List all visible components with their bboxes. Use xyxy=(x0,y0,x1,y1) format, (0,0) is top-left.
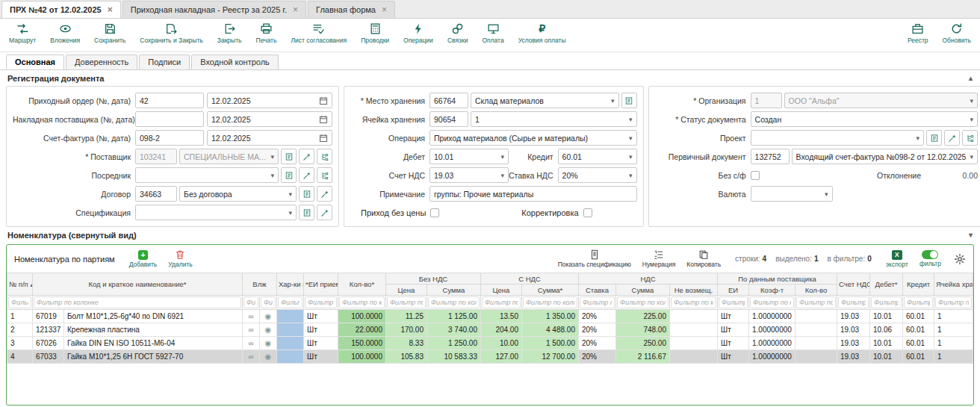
collapse-icon[interactable]: ▾ xyxy=(969,231,973,239)
sum-novat-cell[interactable]: 1 250.00 xyxy=(427,337,480,350)
registry-button[interactable]: Реестр xyxy=(908,22,928,44)
delete-row-button[interactable]: Удалить xyxy=(168,249,192,268)
price-novat-cell[interactable]: 8.33 xyxy=(385,337,427,350)
journal-button[interactable] xyxy=(299,186,314,202)
table-row-selected[interactable]: 4 67033 Гайка М10*1,25 6Н ГОСТ 5927-70 ∞… xyxy=(7,350,973,364)
calendar-icon[interactable] xyxy=(319,96,328,105)
export-excel-button[interactable]: X экспорт xyxy=(886,250,908,268)
sum-novat-cell[interactable]: 1 125.00 xyxy=(427,310,480,323)
vat-rate-cell[interactable]: 20% xyxy=(578,323,615,337)
credit-cell[interactable]: 60.01 xyxy=(903,310,934,323)
journal-button[interactable] xyxy=(299,205,314,220)
qty-cell[interactable]: 22.0000 xyxy=(338,323,385,337)
refresh-button[interactable]: Обновить xyxy=(943,22,972,44)
chevron-down-icon[interactable]: ▾ xyxy=(497,153,504,161)
chevron-down-icon[interactable]: ▾ xyxy=(497,172,504,179)
supplier-ei-cell[interactable]: Шт xyxy=(718,323,749,337)
note-input[interactable]: группы: Прочие материалы xyxy=(429,186,637,202)
sum-vat-cell[interactable]: 1 350.00 xyxy=(521,310,578,323)
filter-input[interactable] xyxy=(244,296,258,308)
filter-input[interactable] xyxy=(904,296,933,308)
col-ei-header[interactable]: *ЕИ приемки xyxy=(303,273,338,296)
vat-rate-cell[interactable]: 20% xyxy=(578,310,615,323)
order-number-input[interactable]: 42 xyxy=(135,93,204,108)
ei-cell[interactable]: Шт xyxy=(303,350,338,364)
col-vataccount-header[interactable]: Счет НДС xyxy=(837,273,870,296)
sub-qty-header[interactable]: Кол-во xyxy=(796,285,837,296)
supplier-qty-cell[interactable] xyxy=(796,350,837,364)
supplier-code-input[interactable]: 103241 xyxy=(135,149,177,164)
contract-select[interactable]: Без договора▾ xyxy=(179,186,297,202)
vat-account-cell[interactable]: 19.03 xyxy=(837,310,870,323)
code-cell[interactable]: 67019 xyxy=(33,310,64,323)
postings-button[interactable]: Проводки xyxy=(361,22,389,44)
no-price-checkbox[interactable] xyxy=(430,208,439,217)
waybill-date-input[interactable]: 12.02.2025 xyxy=(207,111,332,127)
table-row[interactable]: 2 121337 Крепежная пластина ∞ ◉ Шт 22.00… xyxy=(7,323,973,337)
debit-cell[interactable]: 10.01 xyxy=(870,350,903,364)
chevron-down-icon[interactable]: ▾ xyxy=(625,153,633,161)
wand-button[interactable] xyxy=(944,130,960,146)
no-invoice-checkbox[interactable] xyxy=(751,171,760,180)
journal-button[interactable] xyxy=(281,149,297,164)
chevron-down-icon[interactable]: ▾ xyxy=(966,153,973,161)
close-button[interactable]: Закрыть xyxy=(217,22,242,44)
col-cell-header[interactable]: Ячейка хранения xyxy=(934,273,973,296)
sum-novat-cell[interactable]: 3 740.00 xyxy=(427,323,480,337)
print-button[interactable]: Печать xyxy=(256,22,277,44)
organization-select[interactable]: ООО "Альфа"▾ xyxy=(784,93,978,108)
tab-main[interactable]: Основная xyxy=(6,55,64,69)
sub-price-header[interactable]: Цена xyxy=(385,285,427,296)
tab-input-control[interactable]: Входной контроль xyxy=(191,55,279,69)
filter-input[interactable] xyxy=(278,296,303,308)
qty-cell[interactable]: 150.0000 xyxy=(338,337,385,350)
close-tab-icon[interactable]: × xyxy=(108,5,113,14)
filter-input[interactable] xyxy=(34,296,241,308)
tab-power-of-attorney[interactable]: Доверенность xyxy=(66,55,137,69)
hierarchy-button[interactable] xyxy=(317,167,332,183)
wand-button[interactable] xyxy=(317,205,332,220)
attachments-button[interactable]: Вложения xyxy=(50,22,80,44)
vat-account-select[interactable]: 19.03▾ xyxy=(429,167,509,183)
supplier-qty-cell[interactable] xyxy=(796,337,837,350)
vat-nonrefund-cell[interactable] xyxy=(669,323,717,337)
supplier-coef-cell[interactable]: 1.00000000 xyxy=(749,310,796,323)
chevron-down-icon[interactable]: ▾ xyxy=(821,190,828,198)
project-select[interactable]: ▾ xyxy=(751,130,924,146)
wand-button[interactable] xyxy=(299,149,314,164)
qty-cell[interactable]: 100.0000 xyxy=(338,350,385,364)
vat-rate-cell[interactable]: 20% xyxy=(578,350,615,364)
window-tab-registry[interactable]: Приходная накладная - Реестр за 2025 г. … xyxy=(122,1,306,18)
code-cell[interactable]: 67033 xyxy=(33,350,64,364)
filter-input[interactable] xyxy=(387,296,426,308)
organization-code-input[interactable]: 1 xyxy=(751,93,782,108)
chevron-down-icon[interactable]: ▾ xyxy=(625,172,633,179)
invoice-number-input[interactable]: 098-2 xyxy=(135,130,204,146)
sort-asc-icon[interactable]: ▲ xyxy=(29,282,33,288)
invoice-date-input[interactable]: 12.02.2025 xyxy=(207,130,332,146)
storage-cell-cell[interactable]: 1 xyxy=(934,310,973,323)
show-specification-button[interactable]: Показать спецификацию xyxy=(558,249,631,268)
wand-button[interactable] xyxy=(317,186,332,202)
credit-cell[interactable]: 60.01 xyxy=(903,337,934,350)
supplier-select[interactable]: СПЕЦИАЛЬНЫЕ МАТЕРИАЛЫ ООО▾ xyxy=(179,149,279,164)
specification-select[interactable]: ▾ xyxy=(135,205,297,220)
sum-vat-cell[interactable]: 4 488.00 xyxy=(521,323,578,337)
sub-ei-header[interactable]: ЕИ xyxy=(718,285,749,296)
sum-vat-cell[interactable]: 1 500.00 xyxy=(521,337,578,350)
filter-input[interactable] xyxy=(482,296,521,308)
col-codename-header[interactable]: Код и краткое наименование* xyxy=(33,273,243,296)
price-novat-cell[interactable]: 11.25 xyxy=(385,310,427,323)
attachment-cell[interactable]: ◉ xyxy=(259,350,276,364)
table-row[interactable]: 3 67026 Гайка DIN EN ISO 10511-М6-04 ∞ ◉… xyxy=(7,337,973,350)
tab-signatures[interactable]: Подписи xyxy=(139,55,190,69)
sub-rate-header[interactable]: Ставка xyxy=(578,285,615,296)
payment-terms-button[interactable]: ₽Условия оплаты xyxy=(518,22,566,44)
nomenclature-section-header[interactable]: Номенклатура (свернутый вид) ▾ xyxy=(0,227,980,243)
primary-doc-select[interactable]: Входящий счет-фактура №098-2 от 12.02.20… xyxy=(792,149,978,164)
storage-cell-select[interactable]: 1▾ xyxy=(471,111,637,127)
supplier-coef-cell[interactable]: 1.00000000 xyxy=(749,323,796,337)
correction-checkbox[interactable] xyxy=(583,208,592,217)
gear-icon[interactable] xyxy=(954,253,966,265)
operations-button[interactable]: Операции xyxy=(403,22,433,44)
